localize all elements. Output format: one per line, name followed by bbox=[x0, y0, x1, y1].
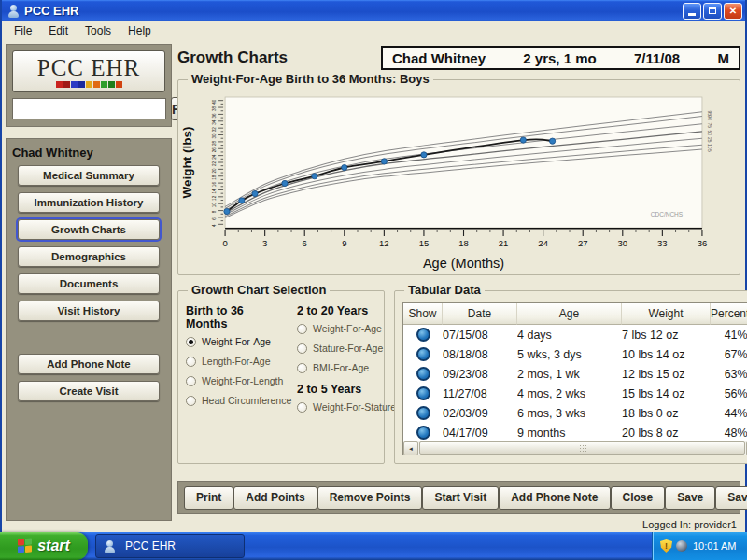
table-row[interactable]: 08/18/085 wks, 3 dys10 lbs 14 oz67% bbox=[403, 344, 747, 364]
save-exit-button[interactable]: Save + Exit bbox=[715, 486, 747, 510]
svg-text:30: 30 bbox=[617, 238, 627, 248]
data-point[interactable] bbox=[549, 138, 555, 144]
svg-text:12: 12 bbox=[379, 238, 389, 248]
radio-weight-for-length[interactable]: Weight-For-Length bbox=[186, 375, 283, 386]
add-points-button[interactable]: Add Points bbox=[233, 486, 317, 510]
cell-weight: 10 lbs 14 oz bbox=[622, 348, 711, 361]
menubar: File Edit Tools Help bbox=[2, 21, 745, 40]
col-date[interactable]: Date bbox=[443, 303, 517, 325]
cell-age: 9 months bbox=[517, 427, 622, 440]
col-percentile[interactable]: Percentile bbox=[711, 303, 747, 325]
svg-text:27: 27 bbox=[578, 238, 588, 248]
start-visit-button[interactable]: Start Visit bbox=[422, 486, 499, 510]
radio-head-circumference[interactable]: Head Circumference bbox=[186, 395, 283, 406]
table-row[interactable]: 09/23/082 mos, 1 wk12 lbs 15 oz63% bbox=[403, 364, 747, 384]
save-button[interactable]: Save bbox=[665, 486, 715, 510]
show-toggle[interactable] bbox=[416, 347, 430, 361]
svg-text:Weight (lbs): Weight (lbs) bbox=[180, 127, 194, 199]
table-row[interactable]: 02/03/096 mos, 3 wks18 lbs 0 oz44% bbox=[403, 403, 747, 423]
radio-weight-for-age-child[interactable]: Weight-For-Age bbox=[297, 323, 396, 334]
start-button[interactable]: start bbox=[0, 532, 88, 560]
print-button[interactable]: Print bbox=[184, 486, 233, 510]
data-point[interactable] bbox=[520, 137, 526, 143]
sidebar-item-immunization-history[interactable]: Immunization History bbox=[18, 192, 160, 213]
svg-text:9: 9 bbox=[342, 238, 346, 248]
cell-date: 02/03/09 bbox=[443, 407, 517, 420]
add-phone-note-bottom-button[interactable]: Add Phone Note bbox=[499, 486, 610, 510]
col-show[interactable]: Show bbox=[403, 303, 443, 325]
table-row[interactable]: 04/17/099 months20 lbs 8 oz48% bbox=[403, 423, 747, 441]
show-toggle[interactable] bbox=[416, 328, 430, 342]
cell-age: 4 mos, 2 wks bbox=[517, 387, 622, 400]
show-toggle[interactable] bbox=[416, 426, 430, 440]
data-point[interactable] bbox=[381, 159, 387, 164]
group-2-to-5-years: 2 to 5 Years bbox=[297, 383, 396, 396]
logged-in-status: Logged In: provider1 bbox=[177, 514, 740, 530]
svg-text:15: 15 bbox=[419, 238, 430, 248]
data-point[interactable] bbox=[282, 180, 288, 186]
table-row[interactable]: 11/27/084 mos, 2 wks15 lbs 14 oz56% bbox=[403, 384, 747, 403]
radio-weight-for-age-infant[interactable]: Weight-For-Age bbox=[186, 336, 283, 347]
data-point[interactable] bbox=[312, 174, 317, 179]
svg-text:22: 22 bbox=[212, 161, 217, 167]
scroll-left-icon[interactable]: ◄ bbox=[403, 441, 418, 455]
radio-icon bbox=[297, 402, 307, 413]
close-chart-button[interactable]: Close bbox=[611, 486, 666, 510]
tray-icon[interactable] bbox=[676, 540, 687, 552]
menu-tools[interactable]: Tools bbox=[77, 22, 120, 39]
cell-date: 09/23/08 bbox=[443, 368, 517, 381]
svg-text:10: 10 bbox=[707, 144, 712, 149]
svg-text:21: 21 bbox=[499, 238, 509, 248]
menu-file[interactable]: File bbox=[6, 22, 40, 39]
show-toggle[interactable] bbox=[416, 406, 430, 420]
restore-button[interactable] bbox=[703, 3, 722, 20]
sidebar-item-documents[interactable]: Documents bbox=[18, 273, 160, 294]
col-weight[interactable]: Weight bbox=[622, 303, 711, 325]
data-point[interactable] bbox=[421, 152, 427, 158]
close-button[interactable]: ✕ bbox=[724, 3, 742, 20]
logo-text: PCC EHR bbox=[13, 56, 164, 80]
cell-weight: 15 lbs 14 oz bbox=[622, 387, 711, 400]
data-point[interactable] bbox=[239, 198, 245, 203]
data-point[interactable] bbox=[342, 164, 347, 170]
cell-percentile: 67% bbox=[711, 348, 747, 361]
radio-length-for-age[interactable]: Length-For-Age bbox=[186, 356, 283, 367]
sidebar-item-demographics[interactable]: Demographics bbox=[18, 246, 160, 267]
horizontal-scrollbar[interactable]: ◄ ◄ ► bbox=[403, 441, 747, 455]
cell-date: 04/17/09 bbox=[443, 427, 517, 440]
sidebar-item-growth-charts[interactable]: Growth Charts bbox=[18, 219, 160, 240]
titlebar[interactable]: PCC EHR ✕ bbox=[2, 0, 745, 21]
svg-text:25: 25 bbox=[707, 137, 712, 143]
svg-text:14: 14 bbox=[212, 189, 217, 194]
data-point[interactable] bbox=[224, 208, 230, 214]
radio-icon bbox=[186, 337, 196, 347]
radio-stature-for-age[interactable]: Stature-For-Age bbox=[297, 343, 396, 354]
patient-search-input[interactable] bbox=[12, 98, 166, 119]
remove-points-button[interactable]: Remove Points bbox=[317, 486, 423, 510]
table-row[interactable]: 07/15/084 days7 lbs 12 oz41% bbox=[403, 325, 747, 344]
show-toggle[interactable] bbox=[416, 386, 430, 400]
svg-text:36: 36 bbox=[212, 113, 217, 119]
col-age[interactable]: Age bbox=[517, 303, 622, 325]
radio-bmi-for-age[interactable]: BMI-For-Age bbox=[297, 362, 396, 373]
minimize-button[interactable] bbox=[683, 3, 701, 20]
security-shield-icon[interactable]: ! bbox=[660, 539, 672, 553]
sidebar-item-visit-history[interactable]: Visit History bbox=[18, 301, 160, 321]
cell-age: 5 wks, 3 dys bbox=[517, 348, 622, 361]
svg-text:24: 24 bbox=[538, 238, 548, 248]
show-toggle[interactable] bbox=[416, 367, 430, 381]
add-phone-note-button[interactable]: Add Phone Note bbox=[18, 354, 160, 374]
group-birth-to-36-months: Birth to 36 Months bbox=[186, 304, 283, 330]
radio-icon bbox=[186, 357, 196, 367]
data-point[interactable] bbox=[252, 190, 258, 196]
system-tray: ! 10:01 AM bbox=[652, 532, 747, 560]
menu-edit[interactable]: Edit bbox=[40, 22, 77, 39]
sidebar-item-medical-summary[interactable]: Medical Summary bbox=[18, 165, 160, 186]
scrollbar-thumb-h[interactable] bbox=[419, 441, 745, 455]
svg-text:Age (Months): Age (Months) bbox=[423, 256, 504, 271]
menu-help[interactable]: Help bbox=[120, 22, 160, 39]
patient-age: 2 yrs, 1 mo bbox=[523, 50, 596, 66]
radio-weight-for-stature[interactable]: Weight-For-Stature bbox=[297, 401, 396, 413]
taskbar-task-pcc-ehr[interactable]: PCC EHR bbox=[95, 534, 245, 558]
create-visit-button[interactable]: Create Visit bbox=[18, 381, 160, 401]
